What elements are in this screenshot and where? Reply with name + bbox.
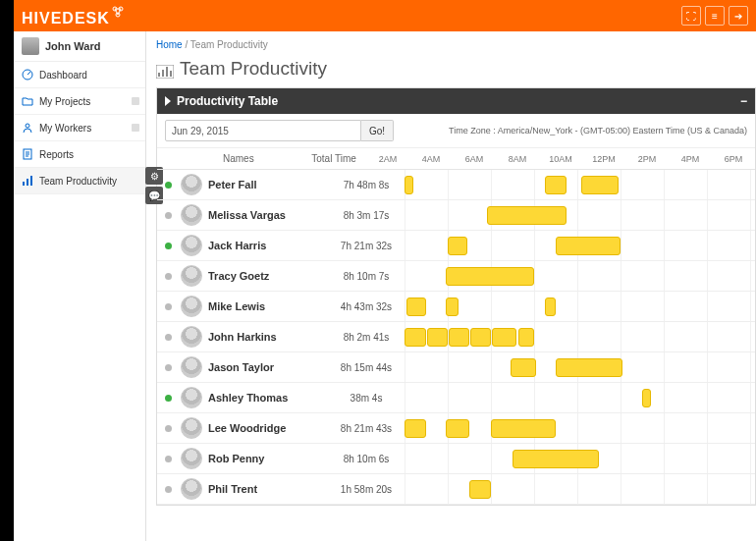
table-row: Mike Lewis4h 43m 32s: [157, 292, 755, 322]
logout-button[interactable]: ➔: [729, 6, 748, 26]
activity-bar[interactable]: [545, 298, 556, 316]
activity-bar[interactable]: [469, 480, 491, 499]
table-row: Ashley Thomas38m 4s: [157, 383, 755, 413]
name-cell[interactable]: Mike Lewis: [179, 296, 328, 317]
avatar-icon: [181, 326, 202, 348]
status-dot-icon: [165, 273, 172, 280]
status-dot-icon: [165, 243, 172, 249]
activity-bar[interactable]: [470, 328, 491, 347]
current-user[interactable]: John Ward: [14, 31, 145, 62]
timeline-cell: [405, 352, 755, 382]
go-button[interactable]: Go!: [361, 120, 394, 141]
timeline-cell: [405, 292, 755, 321]
date-input[interactable]: [165, 120, 361, 141]
svg-point-4: [26, 124, 29, 128]
table-row: Lee Woodridge8h 21m 43s: [157, 413, 755, 444]
worker-name: Lee Woodridge: [208, 422, 286, 434]
activity-bar[interactable]: [405, 176, 413, 194]
person-icon: [22, 122, 33, 134]
hour-label: 4PM: [669, 154, 712, 164]
sidebar-item-projects[interactable]: My Projects: [14, 88, 145, 115]
panel-title: Productivity Table: [177, 94, 278, 108]
activity-bar[interactable]: [406, 298, 426, 316]
activity-bar[interactable]: [642, 389, 651, 407]
svg-rect-12: [166, 67, 168, 77]
name-cell[interactable]: John Harkins: [179, 326, 328, 348]
activity-bar[interactable]: [446, 298, 459, 316]
col-total: Total Time: [301, 153, 366, 164]
activity-bar[interactable]: [448, 237, 467, 255]
timeline-cell: [405, 474, 755, 504]
sidebar-item-team[interactable]: Team Productivity: [14, 168, 145, 194]
name-cell[interactable]: Phil Trent: [179, 478, 328, 500]
total-time: 4h 43m 32s: [328, 301, 405, 312]
activity-bar[interactable]: [511, 358, 536, 377]
breadcrumb-home[interactable]: Home: [156, 39, 183, 50]
activity-bar[interactable]: [449, 328, 469, 347]
name-cell[interactable]: Peter Fall: [179, 174, 328, 195]
activity-bar[interactable]: [581, 176, 618, 194]
svg-rect-13: [170, 71, 172, 77]
total-time: 7h 21m 32s: [328, 241, 405, 251]
activity-bar[interactable]: [446, 419, 469, 438]
activity-bar[interactable]: [491, 419, 556, 438]
activity-bar[interactable]: [405, 328, 426, 347]
svg-rect-11: [162, 70, 164, 77]
status-dot-icon: [165, 212, 172, 219]
page-title-text: Team Productivity: [180, 58, 327, 80]
activity-bar[interactable]: [487, 206, 567, 225]
table-row: John Harkins8h 2m 41s: [157, 322, 755, 352]
worker-name: Melissa Vargas: [208, 209, 286, 221]
name-cell[interactable]: Lee Woodridge: [179, 417, 328, 439]
name-cell[interactable]: Melissa Vargas: [179, 204, 328, 226]
avatar-icon: [181, 174, 202, 195]
timeline-cell: [405, 413, 755, 443]
hour-label: 2PM: [625, 154, 669, 164]
sidebar-item-label: Team Productivity: [39, 176, 117, 187]
folder-icon: [22, 95, 33, 107]
activity-bar[interactable]: [556, 358, 622, 377]
chart-icon: [22, 175, 33, 187]
total-time: 1h 58m 20s: [328, 484, 405, 495]
status-dot-icon: [165, 334, 172, 341]
dashboard-icon: [22, 69, 33, 81]
status-dot-icon: [165, 303, 172, 310]
avatar-icon: [181, 235, 202, 256]
fullscreen-button[interactable]: ⛶: [681, 6, 701, 26]
hour-label: 4AM: [409, 154, 453, 164]
table-row: Jack Harris7h 21m 32s: [157, 231, 755, 261]
sidebar-item-dashboard[interactable]: Dashboard: [14, 62, 145, 88]
menu-button[interactable]: ≡: [705, 6, 725, 26]
name-cell[interactable]: Jack Harris: [179, 235, 328, 256]
activity-bar[interactable]: [513, 450, 599, 468]
user-name: John Ward: [45, 40, 100, 52]
name-cell[interactable]: Tracy Goetz: [179, 265, 328, 287]
table-row: Rob Penny8h 10m 6s: [157, 444, 755, 474]
activity-bar[interactable]: [545, 176, 567, 194]
status-dot-icon: [165, 486, 172, 493]
activity-bar[interactable]: [518, 328, 535, 347]
main-content: Home / Team Productivity Team Productivi…: [146, 31, 756, 541]
panel-collapse-button[interactable]: −: [740, 94, 747, 108]
avatar-icon: [181, 356, 202, 378]
sidebar-item-reports[interactable]: Reports: [14, 141, 145, 168]
worker-name: John Harkins: [208, 331, 277, 343]
activity-bar[interactable]: [405, 419, 426, 438]
activity-bar[interactable]: [446, 267, 534, 286]
page-title: Team Productivity: [156, 58, 756, 80]
activity-bar[interactable]: [427, 328, 448, 347]
worker-name: Jason Taylor: [208, 361, 274, 373]
name-cell[interactable]: Ashley Thomas: [179, 387, 328, 408]
chevron-right-icon: [165, 96, 171, 106]
svg-rect-6: [23, 182, 25, 186]
activity-bar[interactable]: [492, 328, 516, 347]
productivity-grid: Names Total Time 2AM4AM6AM8AM10AM12PM2PM…: [157, 148, 755, 505]
name-cell[interactable]: Rob Penny: [179, 448, 328, 469]
name-cell[interactable]: Jason Taylor: [179, 356, 328, 378]
sidebar-item-workers[interactable]: My Workers: [14, 115, 145, 141]
worker-name: Rob Penny: [208, 453, 264, 464]
activity-bar[interactable]: [556, 237, 621, 255]
svg-rect-8: [30, 176, 32, 186]
total-time: 8h 3m 17s: [328, 210, 405, 221]
status-dot-icon: [165, 425, 172, 432]
